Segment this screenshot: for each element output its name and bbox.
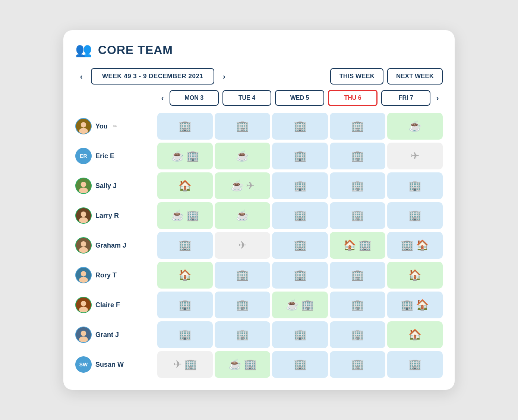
svg-point-17 [79, 307, 88, 313]
day-cell-0[interactable]: 🏢 [157, 292, 213, 318]
day-cell-3[interactable]: 🏢 [330, 172, 385, 199]
day-cell-4[interactable]: 🏢 [387, 172, 443, 199]
day-cell-3[interactable]: 🏠🏢 [330, 232, 385, 259]
edit-icon[interactable]: ✏ [113, 123, 117, 129]
day-cell-4[interactable]: 🏢 [387, 202, 443, 229]
home-icon: 🏠 [416, 240, 429, 251]
day-cell-4[interactable]: ✈ [387, 143, 443, 169]
day-cell-3[interactable]: 🏢 [330, 113, 385, 140]
day-cell-1[interactable]: ☕✈ [215, 172, 270, 199]
day-cell-4[interactable]: 🏠 [387, 262, 443, 289]
day-cell-3[interactable]: 🏢 [330, 321, 385, 348]
day-cell-1[interactable]: 🏢 [215, 292, 270, 318]
day-cell-3[interactable]: 🏢 [330, 262, 385, 289]
office-icon: 🏢 [236, 300, 249, 310]
home-icon: 🏠 [408, 270, 421, 280]
table-row: ER Eric E ☕🏢☕🏢🏢✈ [75, 143, 443, 169]
person-name: Grant J [95, 331, 119, 339]
page-title: CORE TEAM [98, 43, 173, 57]
office-icon: 🏢 [294, 240, 307, 251]
day-cell-0[interactable]: 🏠 [157, 262, 213, 289]
this-week-button[interactable]: THIS WEEK [330, 68, 383, 85]
day-cell-2[interactable]: 🏢 [272, 321, 328, 348]
person-cell: Graham J [75, 232, 157, 259]
day-cell-2[interactable]: 🏢 [272, 172, 328, 199]
person-cell: Sally J [75, 172, 157, 199]
schedule-grid: You ✏ 🏢🏢🏢🏢☕ ER Eric E ☕🏢☕🏢🏢✈ Sally J 🏠☕✈… [75, 113, 443, 378]
day-cell-1[interactable]: ☕🏢 [215, 351, 270, 378]
day-cell-1[interactable]: 🏢 [215, 262, 270, 289]
day-cell-2[interactable]: 🏢 [272, 232, 328, 259]
day-cell-1[interactable]: 🏢 [215, 113, 270, 140]
coffee-icon: ☕ [228, 359, 241, 370]
travel-icon: ✈ [246, 181, 255, 191]
person-cell: Larry R [75, 202, 157, 229]
prev-week-arrow[interactable]: ‹ [75, 70, 87, 82]
person-name: Rory T [95, 271, 117, 279]
week-label-button[interactable]: WEEK 49 3 - 9 DECEMBER 2021 [91, 68, 214, 85]
person-name: You [95, 122, 108, 130]
day-cell-2[interactable]: 🏢 [272, 351, 328, 378]
office-icon: 🏢 [179, 330, 192, 340]
office-icon: 🏢 [408, 210, 421, 221]
office-icon: 🏢 [294, 210, 307, 221]
day-cells-group: 🏢🏢☕🏢🏢🏢🏠 [157, 292, 443, 318]
day-cell-2[interactable]: ☕🏢 [272, 292, 328, 318]
avatar: ER [75, 148, 92, 164]
avatar [75, 207, 92, 224]
day-cell-1[interactable]: ✈ [215, 232, 270, 259]
day-cell-2[interactable]: 🏢 [272, 143, 328, 169]
office-icon: 🏢 [351, 300, 364, 310]
day-cell-0[interactable]: 🏠 [157, 172, 213, 199]
office-icon: 🏢 [359, 240, 372, 251]
office-icon: 🏢 [184, 359, 197, 370]
day-cell-2[interactable]: 🏢 [272, 202, 328, 229]
next-week-arrow[interactable]: › [218, 70, 230, 82]
next-week-button[interactable]: NEXT WEEK [387, 68, 443, 85]
day-cell-0[interactable]: 🏢 [157, 113, 213, 140]
day-cell-0[interactable]: ✈🏢 [157, 351, 213, 378]
header: 👥 CORE TEAM [75, 42, 443, 58]
office-icon: 🏢 [179, 121, 192, 131]
day-cell-4[interactable]: 🏢🏠 [387, 292, 443, 318]
table-row: Rory T 🏠🏢🏢🏢🏠 [75, 262, 443, 289]
day-cell-4[interactable]: 🏢🏠 [387, 232, 443, 259]
next-day-arrow[interactable]: › [432, 94, 443, 102]
office-icon: 🏢 [301, 300, 314, 310]
office-icon: 🏢 [351, 359, 364, 370]
prev-day-arrow[interactable]: ‹ [157, 94, 168, 102]
day-cell-1[interactable]: ☕ [215, 202, 270, 229]
day-cell-4[interactable]: ☕ [387, 113, 443, 140]
day-cell-3[interactable]: 🏢 [330, 202, 385, 229]
day-cell-3[interactable]: 🏢 [330, 351, 385, 378]
day-cells-group: 🏢✈🏢🏠🏢🏢🏠 [157, 232, 443, 259]
day-cell-3[interactable]: 🏢 [330, 292, 385, 318]
day-cell-0[interactable]: 🏢 [157, 321, 213, 348]
avatar [75, 297, 92, 313]
day-cell-1[interactable]: ☕ [215, 143, 270, 169]
day-cell-0[interactable]: ☕🏢 [157, 202, 213, 229]
day-cell-2[interactable]: 🏢 [272, 113, 328, 140]
day-fri[interactable]: FRI 7 [381, 90, 430, 106]
day-cell-4[interactable]: 🏢 [387, 351, 443, 378]
day-cell-0[interactable]: ☕🏢 [157, 143, 213, 169]
person-cell: Rory T [75, 262, 157, 289]
svg-point-14 [79, 277, 88, 283]
travel-icon: ✈ [411, 151, 419, 161]
office-icon: 🏢 [294, 181, 307, 191]
day-thu[interactable]: THU 6 [328, 90, 378, 106]
coffee-icon: ☕ [171, 210, 184, 221]
office-icon: 🏢 [294, 151, 307, 161]
day-cell-1[interactable]: 🏢 [215, 321, 270, 348]
day-tue[interactable]: TUE 4 [222, 90, 272, 106]
day-cell-3[interactable]: 🏢 [330, 143, 385, 169]
day-cell-0[interactable]: 🏢 [157, 232, 213, 259]
office-icon: 🏢 [401, 240, 414, 251]
day-wed[interactable]: WED 5 [275, 90, 324, 106]
day-cell-2[interactable]: 🏢 [272, 262, 328, 289]
day-mon[interactable]: MON 3 [170, 90, 219, 106]
person-cell: ER Eric E [75, 143, 157, 169]
home-icon: 🏠 [408, 330, 421, 340]
svg-point-19 [81, 331, 86, 336]
day-cell-4[interactable]: 🏠 [387, 321, 443, 348]
